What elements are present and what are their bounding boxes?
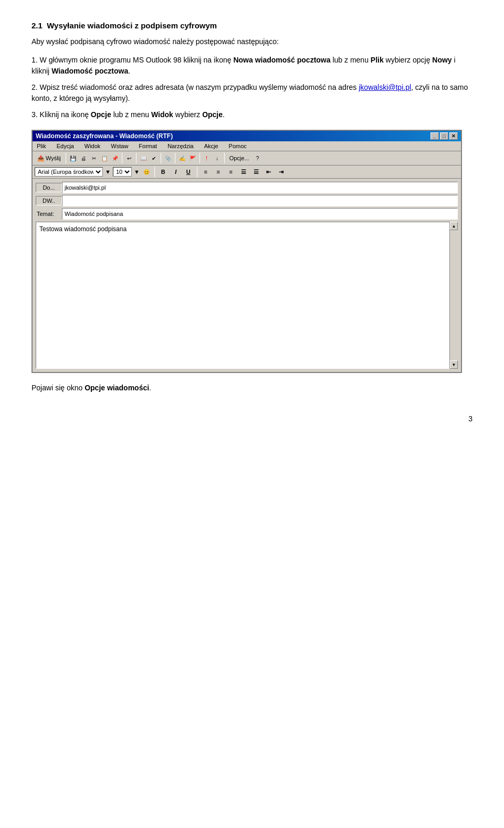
- section-title: 2.1 Wysyłanie wiadomości z podpisem cyfr…: [32, 21, 472, 30]
- menu-edycja[interactable]: Edycja: [55, 142, 76, 150]
- intro-text: Aby wysłać podpisaną cyfrowo wiadomość n…: [32, 36, 472, 47]
- message-area[interactable]: Testowa wiadomość podpisana: [36, 222, 458, 369]
- cc-button[interactable]: DW..: [36, 196, 62, 205]
- opcje-label: Opcje...: [229, 155, 249, 161]
- fmt-separator-2: [197, 167, 197, 177]
- align-right-button[interactable]: ≡: [226, 167, 236, 177]
- font-size-select[interactable]: 10: [113, 167, 132, 177]
- cut-icon[interactable]: ✂: [89, 153, 99, 163]
- to-input[interactable]: [62, 182, 458, 193]
- formatting-bar: Arial (Europa środkowa ▼ 10 ▼ 😊 B I U ≡ …: [33, 165, 461, 179]
- window-toolbar: 📤 Wyślij 💾 🖨 ✂ 📋 📌 ↩ 📖 ✔ 📎 ✍ 🚩 ! ↓ Opcje…: [33, 151, 461, 165]
- vertical-scrollbar[interactable]: ▲ ▼: [449, 222, 458, 369]
- window-body: Do... DW.. Temat: Testowa wiadomość podp…: [33, 179, 461, 372]
- outlook-window: Wiadomość zaszyfrowana - Wiadomość (RTF)…: [32, 130, 462, 373]
- to-button[interactable]: Do...: [36, 183, 62, 192]
- menu-plik[interactable]: Plik: [35, 142, 48, 150]
- subject-row: Temat:: [36, 208, 458, 220]
- decrease-indent-button[interactable]: ⇤: [264, 167, 274, 177]
- toolbar-separator-5: [175, 153, 175, 163]
- window-titlebar: Wiadomość zaszyfrowana - Wiadomość (RTF)…: [33, 131, 461, 141]
- close-button[interactable]: ✕: [449, 132, 458, 140]
- window-menubar: Plik Edycja Widok Wstaw Format Narzędzia…: [33, 141, 461, 151]
- font-dropdown-arrow[interactable]: ▼: [105, 169, 111, 175]
- signature-icon[interactable]: ✍: [177, 153, 187, 163]
- bold-button[interactable]: B: [158, 167, 169, 177]
- menu-pomoc[interactable]: Pomoc: [227, 142, 249, 150]
- menu-narzedzia[interactable]: Narzędzia: [165, 142, 196, 150]
- scroll-down-button[interactable]: ▼: [450, 360, 458, 369]
- subject-label: Temat:: [36, 210, 62, 218]
- italic-button[interactable]: I: [171, 167, 181, 177]
- step2-text: 2. Wpisz treść wiadomość oraz adres adre…: [32, 82, 472, 104]
- attach-icon[interactable]: 📎: [163, 153, 173, 163]
- minimize-button[interactable]: _: [430, 132, 439, 140]
- page-number: 3: [32, 415, 472, 423]
- save-icon[interactable]: 💾: [68, 153, 78, 163]
- flag-icon[interactable]: 🚩: [188, 153, 197, 163]
- toolbar-separator-4: [161, 153, 161, 163]
- message-body: Testowa wiadomość podpisana: [39, 225, 127, 233]
- opcje-button[interactable]: Opcje...: [227, 154, 252, 162]
- address-book-icon[interactable]: 📖: [139, 153, 148, 163]
- bullet-list-button[interactable]: ☰: [238, 167, 249, 177]
- copy-icon[interactable]: 📋: [100, 153, 109, 163]
- paste-icon[interactable]: 📌: [110, 153, 120, 163]
- subject-input[interactable]: [62, 208, 458, 220]
- fmt-separator-1: [154, 167, 155, 177]
- cc-row: DW..: [36, 195, 458, 206]
- numbered-list-button[interactable]: ☰: [251, 167, 261, 177]
- toolbar-separator-7: [224, 153, 225, 163]
- low-priority-icon[interactable]: ↓: [213, 153, 222, 163]
- window-title: Wiadomość zaszyfrowana - Wiadomość (RTF): [36, 132, 173, 140]
- size-dropdown-arrow[interactable]: ▼: [134, 169, 140, 175]
- important-icon[interactable]: !: [202, 153, 212, 163]
- titlebar-controls: _ □ ✕: [430, 132, 458, 140]
- toolbar-separator-3: [136, 153, 136, 163]
- step1-text: 1. W głównym oknie programu MS Outlook 9…: [32, 55, 472, 77]
- message-container: Testowa wiadomość podpisana ▲ ▼: [36, 222, 458, 369]
- menu-widok[interactable]: Widok: [82, 142, 103, 150]
- help-icon[interactable]: ?: [253, 153, 262, 163]
- to-row: Do...: [36, 182, 458, 193]
- send-label: Wyślij: [46, 155, 61, 161]
- undo-icon[interactable]: ↩: [124, 153, 134, 163]
- font-select[interactable]: Arial (Europa środkowa: [35, 167, 103, 177]
- closing-text: Pojawi się okno Opcje wiadomości.: [32, 382, 472, 394]
- align-center-button[interactable]: ≡: [213, 167, 224, 177]
- print-icon[interactable]: 🖨: [79, 153, 88, 163]
- send-icon: 📤: [37, 155, 45, 162]
- step3-text: 3. Kliknij na ikonę Opcje lub z menu Wid…: [32, 109, 472, 120]
- maximize-button[interactable]: □: [440, 132, 448, 140]
- scroll-track: [450, 230, 458, 360]
- increase-indent-button[interactable]: ⇥: [276, 167, 287, 177]
- underline-button[interactable]: U: [183, 167, 194, 177]
- menu-akcje[interactable]: Akcje: [202, 142, 220, 150]
- scroll-up-button[interactable]: ▲: [450, 222, 458, 230]
- check-names-icon[interactable]: ✔: [149, 153, 159, 163]
- align-left-button[interactable]: ≡: [201, 167, 211, 177]
- emoji-icon[interactable]: 😊: [142, 167, 151, 177]
- toolbar-separator-1: [66, 153, 66, 163]
- menu-format[interactable]: Format: [136, 142, 159, 150]
- email-link[interactable]: jkowalski@tpi.pl: [359, 83, 411, 91]
- toolbar-separator-2: [122, 153, 122, 163]
- toolbar-separator-6: [200, 153, 200, 163]
- cc-input[interactable]: [62, 195, 458, 206]
- menu-wstaw[interactable]: Wstaw: [109, 142, 130, 150]
- send-button[interactable]: 📤 Wyślij: [35, 154, 64, 163]
